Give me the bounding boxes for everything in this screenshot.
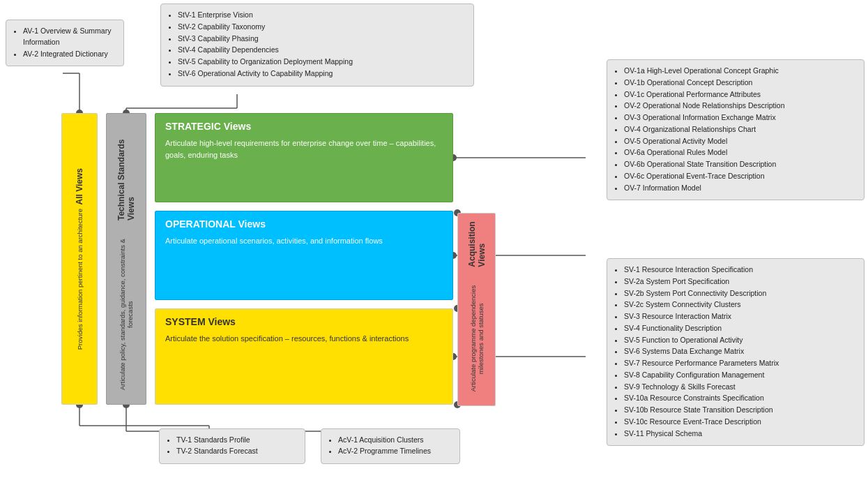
acquisition-views-desc: Articulate programme dependencies milest… [469,271,485,405]
av-item-1: AV-1 Overview & Summary Information [23,26,116,48]
tv-item-2: TV-2 Standards Forecast [176,446,298,457]
sv-item-1: SV-1 Resource Interaction Specification [624,264,857,276]
sv-item-5: SV-3 Resource Interaction Matrix [624,311,857,322]
ov-item-6: OV-4 Organizational Relationships Chart [624,124,857,135]
all-views-panel: All Views Provides information pertinent… [61,113,98,405]
strategic-views-panel: STRATEGIC Views Articulate high-level re… [155,113,453,202]
sv-item-13: SV-10b Resource State Transition Descrip… [624,405,857,416]
ov-item-7: OV-5 Operational Activity Model [624,136,857,147]
sv-item-15: SV-11 Physical Schema [624,428,857,440]
stv-item-2: StV-2 Capability Taxonomy [178,22,466,33]
ov-item-2: OV-1b Operational Concept Description [624,77,857,89]
sv-item-9: SV-7 Resource Performance Parameters Mat… [624,358,857,369]
acquisition-views-title: Acquisition Views [467,214,487,267]
acquisition-views-panel: Acquisition Views Articulate programme d… [457,213,496,406]
sv-item-2: SV-2a System Port Specification [624,276,857,287]
ov-item-11: OV-7 Information Model [624,183,857,194]
tech-views-panel: Technical Standards Views Articulate pol… [106,113,146,405]
ov-item-8: OV-6a Operational Rules Model [624,147,857,158]
stv-item-5: StV-5 Capability to Organization Deploym… [178,57,466,68]
ov-tooltip-box: OV-1a High-Level Operational Concept Gra… [607,59,865,200]
sv-item-14: SV-10c Resource Event-Trace Description [624,417,857,428]
ov-item-9: OV-6b Operational State Transition Descr… [624,159,857,170]
acv-item-2: AcV-2 Programme Timelines [338,446,452,457]
system-views-panel: SYSTEM Views Articulate the solution spe… [155,308,453,405]
acv-tooltip-box: AcV-1 Acquisition Clusters AcV-2 Program… [321,428,460,465]
stv-item-6: StV-6 Operational Activity to Capability… [178,68,466,80]
sv-item-3: SV-2b System Port Connectivity Descripti… [624,288,857,299]
sv-item-8: SV-6 Systems Data Exchange Matrix [624,346,857,357]
sv-tooltip-box: SV-1 Resource Interaction Specification … [607,258,865,446]
ov-item-4: OV-2 Operational Node Relationships Desc… [624,100,857,112]
tv-tooltip-box: TV-1 Standards Profile TV-2 Standards Fo… [159,428,305,465]
tech-views-title: Technical Standards Views [116,114,136,221]
ov-item-3: OV-1c Operational Performance Attributes [624,89,857,100]
ov-item-10: OV-6c Operational Event-Trace Descriptio… [624,171,857,182]
sv-item-4: SV-2c System Connectivity Clusters [624,299,857,311]
av-tooltip-box: AV-1 Overview & Summary Information AV-2… [6,20,124,66]
stv-tooltip-box: StV-1 Enterprise Vision StV-2 Capability… [160,3,474,87]
tech-views-desc: Articulate policy, standards, guidance, … [119,225,134,404]
stv-item-1: StV-1 Enterprise Vision [178,10,466,21]
all-views-title: All Views [75,168,84,204]
system-views-desc: Articulate the solution specification – … [165,333,443,345]
sv-item-10: SV-8 Capability Configuration Management [624,370,857,381]
ov-item-1: OV-1a High-Level Operational Concept Gra… [624,66,857,77]
sv-item-7: SV-5 Function to Operational Activity [624,335,857,346]
sv-item-12: SV-10a Resource Constraints Specificatio… [624,393,857,404]
strategic-views-desc: Articulate high-level requirements for e… [165,137,443,160]
av-item-2: AV-2 Integrated Dictionary [23,49,116,60]
stv-item-3: StV-3 Capability Phasing [178,33,466,45]
stv-item-4: StV-4 Capability Dependencies [178,45,466,56]
acv-item-1: AcV-1 Acquisition Clusters [338,435,452,446]
all-views-desc: Provides information pertinent to an arc… [76,209,84,350]
tv-item-1: TV-1 Standards Profile [176,435,298,446]
system-views-title: SYSTEM Views [165,316,443,327]
diagram-container: AV-1 Overview & Summary Information AV-2… [0,0,868,478]
ov-item-5: OV-3 Operational Information Exchange Ma… [624,112,857,124]
operational-views-title: OPERATIONAL Views [165,218,443,230]
strategic-views-title: STRATEGIC Views [165,121,443,132]
sv-item-11: SV-9 Technology & Skills Forecast [624,382,857,393]
sv-item-6: SV-4 Functionality Description [624,323,857,334]
operational-views-panel: OPERATIONAL Views Articulate operational… [155,211,453,300]
operational-views-desc: Articulate operational scenarios, activi… [165,235,443,247]
